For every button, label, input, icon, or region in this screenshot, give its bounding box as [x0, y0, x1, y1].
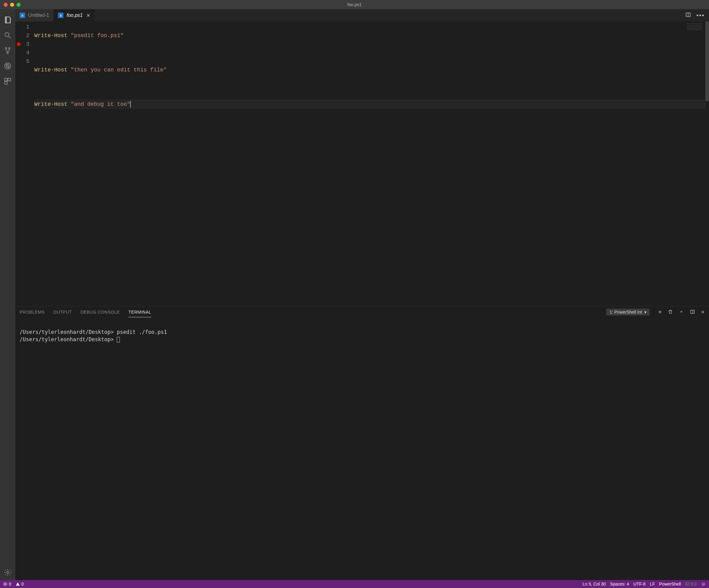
status-eol[interactable]: LF [650, 582, 655, 586]
svg-point-11 [7, 571, 9, 573]
terminal-selector[interactable]: 1: PowerShell Int ▾ [606, 309, 650, 315]
tab-untitled-1[interactable]: ≥ Untitled-1 [15, 9, 54, 22]
powershell-file-icon: ≥ [58, 12, 63, 18]
window-controls [0, 3, 21, 7]
line-number: 2 [22, 31, 34, 40]
settings-gear-icon[interactable] [0, 565, 15, 580]
svg-rect-19 [686, 583, 689, 585]
status-indentation[interactable]: Spaces: 4 [610, 582, 629, 586]
close-window-button[interactable] [4, 3, 8, 7]
editor-scrollbar[interactable] [705, 22, 709, 306]
status-cursor-position[interactable]: Ln 5, Col 30 [583, 582, 606, 586]
minimap[interactable] [687, 23, 702, 31]
explorer-icon[interactable] [0, 12, 15, 28]
text-cursor [130, 101, 131, 108]
terminal-line: /Users/tylerleonhardt/Desktop> psedit ./… [20, 329, 167, 335]
svg-point-4 [7, 52, 8, 54]
debug-icon[interactable] [0, 58, 15, 74]
svg-rect-10 [5, 81, 7, 84]
status-language-mode[interactable]: PowerShell [659, 582, 681, 586]
terminal-cursor [117, 337, 120, 342]
svg-point-3 [8, 48, 10, 49]
tab-label: Untitled-1 [28, 12, 49, 18]
extensions-icon[interactable] [0, 74, 15, 89]
tab-label: foo.ps1 [67, 12, 82, 18]
code-editor[interactable]: 1 2 3 4 5 Write-Host "psedit foo.ps1" Wr… [15, 22, 709, 306]
line-number: 1 [22, 23, 34, 31]
line-number: 4 [22, 48, 34, 57]
panel-tab-problems[interactable]: PROBLEMS [20, 307, 45, 317]
source-control-icon[interactable] [0, 43, 15, 58]
search-icon[interactable] [0, 28, 15, 43]
status-feedback-icon[interactable]: ☺ [701, 581, 706, 587]
breakpoint-icon[interactable] [17, 42, 21, 46]
editor-tabs: ≥ Untitled-1 ≥ foo.ps1 ✕ ••• [15, 9, 709, 22]
dropdown-icon: ▾ [645, 310, 647, 314]
line-number: 5 [22, 57, 34, 66]
editor-content[interactable]: Write-Host "psedit foo.ps1" Write-Host "… [34, 22, 705, 306]
svg-point-2 [5, 48, 7, 49]
panel-tab-terminal[interactable]: TERMINAL [128, 307, 151, 317]
minimize-window-button[interactable] [10, 3, 14, 7]
svg-point-0 [5, 32, 9, 36]
new-terminal-icon[interactable]: + [658, 309, 662, 316]
terminal-line: /Users/tylerleonhardt/Desktop> [20, 336, 117, 342]
svg-rect-14 [691, 310, 694, 313]
status-bar: 0 0 Ln 5, Col 30 Spaces: 4 UTF-8 LF Powe… [0, 580, 709, 588]
editor-gutter: 1 2 3 4 5 [15, 22, 34, 306]
svg-rect-8 [5, 78, 7, 81]
status-warnings[interactable]: 0 [16, 582, 24, 586]
close-panel-icon[interactable]: ✕ [701, 310, 705, 314]
maximize-window-button[interactable] [17, 3, 21, 7]
line-number: 3 [22, 40, 34, 48]
toggle-panel-layout-icon[interactable] [690, 309, 695, 315]
status-powershell-version[interactable]: 6.0 [685, 582, 697, 586]
title-bar: foo.ps1 [0, 0, 709, 9]
app-window: foo.ps1 [0, 0, 709, 588]
status-errors[interactable]: 0 [3, 582, 11, 586]
svg-rect-9 [8, 78, 11, 81]
tab-foo-ps1[interactable]: ≥ foo.ps1 ✕ [54, 9, 94, 22]
svg-line-1 [8, 36, 11, 38]
panel-tab-output[interactable]: OUTPUT [53, 307, 72, 317]
close-tab-icon[interactable]: ✕ [86, 12, 90, 18]
panel-tab-debug-console[interactable]: DEBUG CONSOLE [80, 307, 120, 317]
kill-terminal-icon[interactable] [668, 309, 673, 315]
window-title: foo.ps1 [347, 2, 362, 7]
status-encoding[interactable]: UTF-8 [633, 582, 646, 586]
more-actions-icon[interactable]: ••• [697, 12, 705, 19]
split-editor-icon[interactable] [685, 12, 691, 19]
activity-bar [0, 9, 15, 580]
bottom-panel: PROBLEMS OUTPUT DEBUG CONSOLE TERMINAL 1… [15, 306, 709, 580]
maximize-panel-icon[interactable] [679, 309, 684, 315]
terminal[interactable]: /Users/tylerleonhardt/Desktop> psedit ./… [15, 318, 709, 580]
powershell-file-icon: ≥ [20, 12, 25, 18]
